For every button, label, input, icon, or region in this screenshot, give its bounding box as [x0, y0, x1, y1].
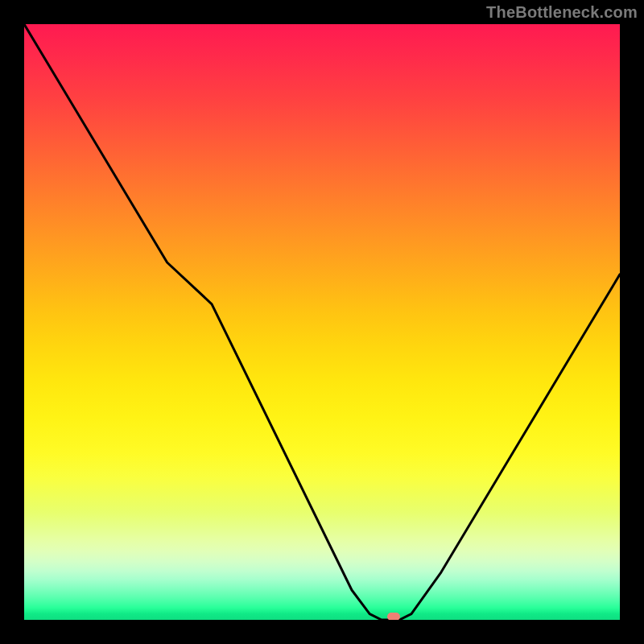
plot-area: [24, 24, 620, 620]
bottleneck-curve: [24, 24, 620, 620]
chart-canvas: TheBottleneck.com: [0, 0, 644, 644]
watermark-text: TheBottleneck.com: [486, 3, 638, 22]
optimum-marker: [387, 613, 400, 620]
chart-lines: [24, 24, 620, 620]
